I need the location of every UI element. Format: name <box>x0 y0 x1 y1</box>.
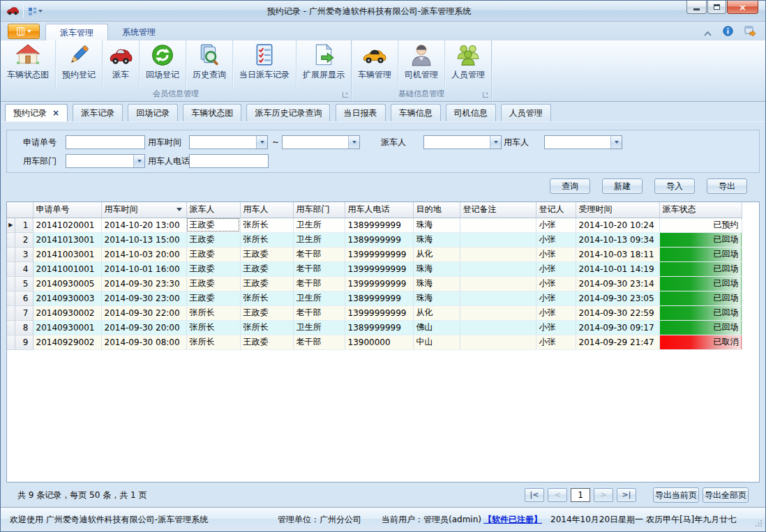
table-cell[interactable]: 王政委 <box>240 261 293 276</box>
dialog-launcher-icon[interactable] <box>483 92 488 98</box>
table-cell[interactable]: 2014-10-20 13:00 <box>101 218 186 232</box>
table-cell[interactable]: 张所长 <box>240 218 293 232</box>
table-cell[interactable]: 2014-09-29 21:47 <box>576 335 659 349</box>
doc-tab-return-records[interactable]: 回场记录 <box>128 104 178 121</box>
last-page-button[interactable]: >| <box>617 488 636 502</box>
table-cell[interactable]: 小张 <box>536 335 576 349</box>
table-row[interactable]: 9201409290022014-09-30 08:00张所长王政委老干部139… <box>7 335 742 349</box>
table-cell[interactable]: 2014-10-03 20:00 <box>101 247 186 261</box>
table-cell[interactable]: 张所长 <box>186 335 240 349</box>
table-cell[interactable]: 小张 <box>536 232 576 247</box>
column-header-car-user[interactable]: 用车人 <box>240 202 293 218</box>
apply-no-input[interactable] <box>66 135 145 149</box>
table-cell[interactable]: 2014-09-30 09:17 <box>576 320 659 335</box>
tab-close-icon[interactable]: × <box>52 109 59 117</box>
doc-tab-driver-info[interactable]: 司机信息 <box>446 104 496 121</box>
table-cell[interactable]: 王政委 <box>240 276 293 291</box>
first-page-button[interactable]: |< <box>525 488 544 502</box>
import-button[interactable]: 导入 <box>654 178 695 194</box>
table-row[interactable]: 3201410030012014-10-03 20:00王政委王政委老干部139… <box>7 247 742 261</box>
info-button[interactable] <box>723 26 733 39</box>
ribbon-button-extended-screen[interactable]: 扩展屏显示 <box>296 40 351 88</box>
column-header-registrar[interactable]: 登记人 <box>536 202 576 218</box>
column-header-phone[interactable]: 用车人电话 <box>345 202 413 218</box>
maximize-button[interactable] <box>707 1 726 14</box>
table-cell[interactable]: 20140929002 <box>33 335 101 349</box>
table-cell[interactable]: 1389999999 <box>345 291 413 305</box>
close-button[interactable]: × <box>727 1 758 14</box>
ribbon-button-vehicle-status-map[interactable]: 车辆状态图 <box>1 40 56 88</box>
prev-page-button[interactable]: < <box>548 488 567 502</box>
table-cell[interactable]: 2014-10-13 09:34 <box>576 232 659 247</box>
table-cell[interactable]: 2014-09-30 23:00 <box>101 291 186 305</box>
table-row[interactable]: ▶1201410200012014-10-20 13:00王政委张所长卫生所13… <box>7 218 742 232</box>
ribbon-button-today-dispatch-records[interactable]: 当日派车记录 <box>233 40 296 88</box>
table-cell[interactable]: 小张 <box>536 320 576 335</box>
export-current-page-button[interactable]: 导出当前页 <box>653 487 699 503</box>
table-cell[interactable]: 2014-09-30 20:00 <box>101 320 186 335</box>
ribbon-button-vehicle-management[interactable]: 车辆管理 <box>352 40 398 88</box>
table-cell[interactable]: 张所长 <box>186 305 240 320</box>
page-number-input[interactable] <box>571 488 590 502</box>
table-cell[interactable]: 20140930003 <box>33 291 101 305</box>
table-cell[interactable]: 小张 <box>536 247 576 261</box>
table-cell[interactable]: 老干部 <box>293 335 345 349</box>
export-all-pages-button[interactable]: 导出全部页 <box>703 487 749 503</box>
table-cell[interactable]: 1389999999 <box>345 232 413 247</box>
table-cell[interactable]: 13999999999 <box>345 247 413 261</box>
table-cell[interactable] <box>460 232 536 247</box>
table-cell[interactable]: 20140930002 <box>33 305 101 320</box>
table-row[interactable]: 8201409300012014-09-30 20:00张所长张所长卫生所138… <box>7 320 742 335</box>
ribbon-button-reservation[interactable]: 预约登记 <box>56 40 103 88</box>
dialog-launcher-icon[interactable] <box>343 92 348 98</box>
table-cell[interactable] <box>460 247 536 261</box>
application-menu-button[interactable] <box>8 24 40 39</box>
table-row[interactable]: 4201410010012014-10-01 16:00王政委王政委老干部139… <box>7 261 742 276</box>
table-cell[interactable]: 13900000 <box>345 335 413 349</box>
doc-tab-personnel-management[interactable]: 人员管理 <box>501 104 551 121</box>
collapse-ribbon-button[interactable] <box>704 26 712 39</box>
table-cell[interactable]: 卫生所 <box>293 291 345 305</box>
table-cell[interactable]: 小张 <box>536 261 576 276</box>
table-cell[interactable]: 20141013001 <box>33 232 101 247</box>
table-cell[interactable]: 王政委 <box>186 232 240 247</box>
table-cell[interactable] <box>460 305 536 320</box>
ribbon-button-driver-management[interactable]: 司机管理 <box>398 40 445 88</box>
column-header-status[interactable]: 派车状态 <box>659 202 742 218</box>
table-row[interactable]: 2201410130012014-10-13 15:00王政委张所长卫生所138… <box>7 232 742 247</box>
table-cell[interactable]: 2014-09-30 22:00 <box>101 305 186 320</box>
dept-combo[interactable] <box>66 154 145 168</box>
column-header-remark[interactable]: 登记备注 <box>460 202 536 218</box>
column-header-dept[interactable]: 用车部门 <box>293 202 345 218</box>
table-cell[interactable]: 1389999999 <box>345 320 413 335</box>
table-cell[interactable] <box>460 218 536 232</box>
license-registered-link[interactable]: 【软件已注册】 <box>483 508 542 531</box>
use-time-to-combo[interactable] <box>282 135 360 149</box>
table-cell[interactable]: 中山 <box>413 335 460 349</box>
table-cell[interactable]: 13999999999 <box>345 305 413 320</box>
use-time-from-combo[interactable] <box>189 135 268 149</box>
table-cell[interactable]: 老干部 <box>293 305 345 320</box>
table-cell[interactable]: 2014-09-30 23:30 <box>101 276 186 291</box>
table-cell[interactable]: 王政委 <box>186 261 240 276</box>
column-header-dispatcher[interactable]: 派车人 <box>186 202 240 218</box>
ribbon-button-return-registration[interactable]: 回场登记 <box>140 40 186 88</box>
table-cell[interactable]: 佛山 <box>413 320 460 335</box>
ribbon-button-history-query[interactable]: 历史查询 <box>186 40 233 88</box>
table-cell[interactable]: 1389999999 <box>345 218 413 232</box>
table-cell[interactable]: 卫生所 <box>293 218 345 232</box>
table-cell[interactable]: 老干部 <box>293 276 345 291</box>
doc-tab-vehicle-status-map[interactable]: 车辆状态图 <box>183 104 241 121</box>
table-cell[interactable] <box>460 291 536 305</box>
sort-arrow-icon[interactable] <box>177 208 182 211</box>
table-cell[interactable]: 珠海 <box>413 291 460 305</box>
table-cell[interactable]: 张所长 <box>240 291 293 305</box>
doc-tab-vehicle-info[interactable]: 车辆信息 <box>391 104 441 121</box>
phone-input[interactable] <box>189 154 269 168</box>
table-cell[interactable]: 20141003001 <box>33 247 101 261</box>
table-cell[interactable]: 2014-10-01 16:00 <box>101 261 186 276</box>
table-cell[interactable]: 2014-09-30 23:05 <box>576 291 659 305</box>
table-cell[interactable]: 王政委 <box>186 218 240 232</box>
table-cell[interactable]: 王政委 <box>240 305 293 320</box>
table-cell[interactable]: 张所长 <box>186 320 240 335</box>
